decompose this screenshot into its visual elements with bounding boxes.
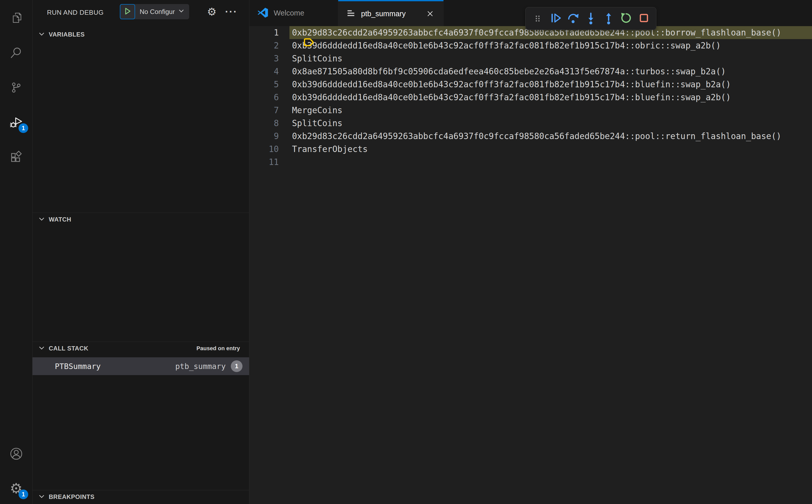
code-line[interactable]: 11 xyxy=(249,156,812,169)
restart-icon xyxy=(620,11,633,26)
step-into-button[interactable] xyxy=(583,11,599,26)
toolbar-drag-grip[interactable] xyxy=(530,11,546,26)
code-line[interactable]: 2 0xb39d6dddedd16ed8a40ce0b1e6b43c92acf0… xyxy=(249,39,812,52)
chevron-down-icon xyxy=(38,493,45,501)
section-label: BREAKPOINTS xyxy=(49,493,94,500)
settings-badge: 1 xyxy=(19,490,28,499)
line-number: 10 xyxy=(258,143,279,156)
line-number: 5 xyxy=(258,78,279,91)
line-number: 11 xyxy=(258,156,279,169)
gutter[interactable]: 1 xyxy=(249,26,289,39)
call-stack-status: Paused on entry xyxy=(196,345,240,352)
open-launch-json-button[interactable]: ⚙ xyxy=(204,4,219,19)
activity-item-extensions[interactable] xyxy=(0,145,32,170)
accounts-icon xyxy=(9,447,23,461)
section-header-call-stack[interactable]: CALL STACK Paused on entry xyxy=(32,342,249,355)
gutter[interactable]: 6 xyxy=(249,91,289,104)
code-text[interactable]: 0xb39d6dddedd16ed8a40ce0b1e6b43c92acf0ff… xyxy=(289,39,812,52)
debug-configuration-dropdown[interactable]: No Configur xyxy=(135,4,189,19)
code-area[interactable]: 1 0xb29d83c26cdd2a64959263abbcfc4a6937f0… xyxy=(249,26,812,169)
code-line[interactable]: 10 TransferObjects xyxy=(249,143,812,156)
step-over-button[interactable] xyxy=(566,11,581,26)
stack-frame-badge: 1 xyxy=(231,360,242,372)
line-number: 4 xyxy=(258,65,279,78)
gutter[interactable]: 11 xyxy=(249,156,289,169)
activity-item-settings[interactable]: ⚙ 1 xyxy=(0,476,32,501)
search-icon xyxy=(9,46,23,60)
activity-item-explorer[interactable] xyxy=(0,6,32,30)
stop-icon xyxy=(637,11,651,26)
gutter[interactable]: 3 xyxy=(249,52,289,65)
play-icon xyxy=(123,7,132,16)
restart-button[interactable] xyxy=(619,11,634,26)
stack-frame-file: ptb_summary xyxy=(175,362,226,371)
ellipsis-icon: ··· xyxy=(225,6,238,18)
gear-icon: ⚙ xyxy=(207,6,216,18)
gutter[interactable]: 4 xyxy=(249,65,289,78)
gutter[interactable]: 8 xyxy=(249,117,289,130)
gutter[interactable]: 5 xyxy=(249,78,289,91)
code-text[interactable]: 0xb39d6dddedd16ed8a40ce0b1e6b43c92acf0ff… xyxy=(289,78,812,91)
code-line[interactable]: 9 0xb29d83c26cdd2a64959263abbcfc4a6937f0… xyxy=(249,130,812,143)
code-text[interactable]: 0xb29d83c26cdd2a64959263abbcfc4a6937f0c9… xyxy=(289,130,812,143)
activity-item-search[interactable] xyxy=(0,41,32,65)
section-header-variables[interactable]: VARIABLES xyxy=(32,28,249,41)
vscode-logo-icon xyxy=(257,7,269,20)
section-header-watch[interactable]: WATCH xyxy=(32,213,249,226)
line-number: 1 xyxy=(258,26,279,39)
activity-item-source-control[interactable] xyxy=(0,75,32,100)
code-text[interactable] xyxy=(289,156,812,169)
chevron-down-icon xyxy=(38,215,45,224)
start-debugging-button[interactable] xyxy=(120,4,135,19)
section-label: CALL STACK xyxy=(49,345,88,352)
activity-item-run-and-debug[interactable]: 1 xyxy=(0,110,32,135)
editor-group: Welcome ptb_summary xyxy=(249,0,812,504)
continue-button[interactable] xyxy=(548,11,563,26)
activity-item-accounts[interactable] xyxy=(0,442,32,466)
line-number: 8 xyxy=(258,117,279,130)
tab-label: Welcome xyxy=(274,9,304,17)
line-number: 9 xyxy=(258,130,279,143)
section-label: WATCH xyxy=(49,216,71,223)
step-out-button[interactable] xyxy=(601,11,616,26)
section-header-breakpoints[interactable]: BREAKPOINTS xyxy=(32,490,249,503)
code-text[interactable]: SplitCoins xyxy=(289,52,812,65)
call-stack-frame-row[interactable]: PTBSummary ptb_summary 1 xyxy=(32,357,249,375)
stop-button[interactable] xyxy=(636,11,652,26)
code-line[interactable]: 7 MergeCoins xyxy=(249,104,812,117)
code-text[interactable]: TransferObjects xyxy=(289,143,812,156)
file-list-icon xyxy=(346,8,356,19)
sidebar-title: RUN AND DEBUG xyxy=(47,9,104,16)
code-line[interactable]: 3 SplitCoins xyxy=(249,52,812,65)
explorer-icon xyxy=(10,11,23,24)
line-number: 7 xyxy=(258,104,279,117)
code-line[interactable]: 6 0xb39d6dddedd16ed8a40ce0b1e6b43c92acf0… xyxy=(249,91,812,104)
views-more-actions-button[interactable]: ··· xyxy=(222,4,240,19)
code-text[interactable]: MergeCoins xyxy=(289,104,812,117)
tab-ptb-summary[interactable]: ptb_summary xyxy=(338,0,444,26)
gutter[interactable]: 2 xyxy=(249,39,289,52)
line-number: 6 xyxy=(258,91,279,104)
code-line[interactable]: 5 0xb39d6dddedd16ed8a40ce0b1e6b43c92acf0… xyxy=(249,78,812,91)
step-out-icon xyxy=(602,11,615,26)
tab-welcome[interactable]: Welcome xyxy=(249,0,338,26)
gutter[interactable]: 10 xyxy=(249,143,289,156)
activity-bar: 1 ⚙ 1 xyxy=(0,0,32,504)
close-icon[interactable] xyxy=(425,8,436,19)
line-number: 2 xyxy=(258,39,279,52)
section-label: VARIABLES xyxy=(49,31,85,38)
debug-sessions-badge: 1 xyxy=(19,123,28,133)
gutter[interactable]: 7 xyxy=(249,104,289,117)
code-line[interactable]: 8 SplitCoins xyxy=(249,117,812,130)
code-text[interactable]: 0xb39d6dddedd16ed8a40ce0b1e6b43c92acf0ff… xyxy=(289,91,812,104)
continue-icon xyxy=(549,11,562,26)
code-text[interactable]: 0x8ae871505a80d8bf6bf9c05906cda6edfeea46… xyxy=(289,65,812,78)
step-over-icon xyxy=(567,11,580,26)
code-line[interactable]: 4 0x8ae871505a80d8bf6bf9c05906cda6edfeea… xyxy=(249,65,812,78)
step-into-icon xyxy=(584,11,598,26)
code-text[interactable]: SplitCoins xyxy=(289,117,812,130)
debug-configuration-label: No Configur xyxy=(140,8,175,16)
gutter[interactable]: 9 xyxy=(249,130,289,143)
source-control-icon xyxy=(10,81,23,94)
run-and-debug-sidebar: RUN AND DEBUG No Configur ⚙ ··· xyxy=(32,0,249,504)
